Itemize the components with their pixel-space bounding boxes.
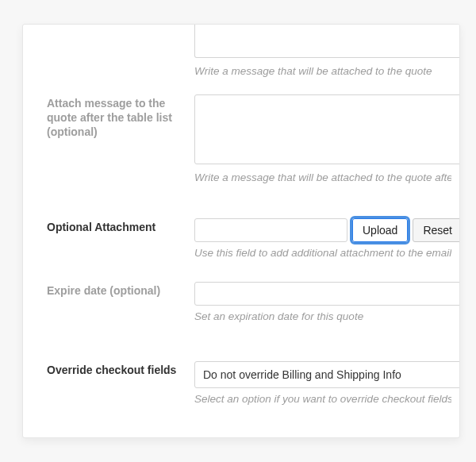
row-message-before: Write a message that will be attached to… xyxy=(23,24,459,77)
override-helper: Select an option if you want to override… xyxy=(194,393,451,405)
override-select[interactable]: Do not override Billing and Shipping Inf… xyxy=(194,361,460,388)
reset-button[interactable]: Reset xyxy=(413,218,460,242)
message-after-textarea[interactable] xyxy=(194,94,460,164)
expire-date-input[interactable] xyxy=(194,282,460,306)
chevron-down-icon: ▾ xyxy=(459,370,460,380)
attachment-controls: Upload Reset xyxy=(194,218,451,242)
attachment-path-input[interactable] xyxy=(194,218,347,242)
settings-content: Write a message that will be attached to… xyxy=(23,25,459,437)
field-expire: Set an expiration date for this quote xyxy=(194,282,451,322)
message-before-helper: Write a message that will be attached to… xyxy=(194,65,451,77)
field-attachment: Upload Reset Use this field to add addit… xyxy=(194,218,451,259)
settings-card: Write a message that will be attached to… xyxy=(22,24,460,438)
label-message-before xyxy=(47,24,194,25)
expire-helper: Set an expiration date for this quote xyxy=(194,310,451,322)
attachment-helper: Use this field to add additional attachm… xyxy=(194,247,451,259)
label-expire: Expire date (optional) xyxy=(47,282,194,298)
label-attachment: Optional Attachment xyxy=(47,218,194,234)
field-message-before: Write a message that will be attached to… xyxy=(194,24,451,77)
label-message-after: Attach message to the quote after the ta… xyxy=(47,94,194,140)
row-message-after: Attach message to the quote after the ta… xyxy=(23,94,459,183)
message-before-textarea[interactable] xyxy=(194,24,460,58)
label-override: Override checkout fields xyxy=(47,361,194,377)
row-attachment: Optional Attachment Upload Reset Use thi… xyxy=(23,218,459,259)
row-expire: Expire date (optional) Set an expiration… xyxy=(23,282,459,322)
field-override: Do not override Billing and Shipping Inf… xyxy=(194,361,451,405)
field-message-after: Write a message that will be attached to… xyxy=(194,94,451,183)
row-override: Override checkout fields Do not override… xyxy=(23,361,459,405)
upload-button[interactable]: Upload xyxy=(352,218,408,242)
override-select-wrap: Do not override Billing and Shipping Inf… xyxy=(194,361,460,388)
message-after-helper: Write a message that will be attached to… xyxy=(194,171,451,183)
